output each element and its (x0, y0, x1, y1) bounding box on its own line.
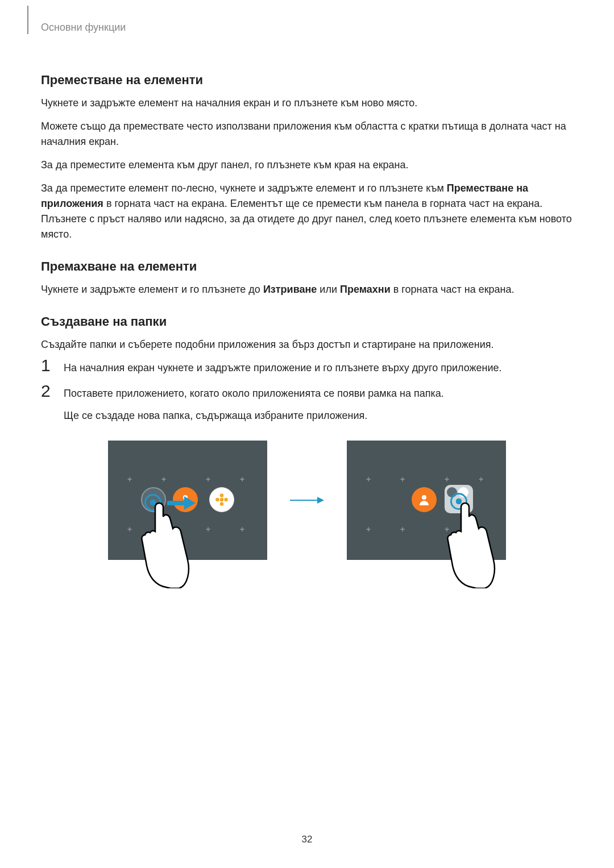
svg-point-5 (224, 498, 228, 502)
hand-icon (136, 497, 193, 588)
move-p4-post: в горната част на екрана. Елементът ще с… (41, 198, 572, 240)
arrow-right-icon (290, 495, 324, 506)
svg-point-10 (422, 495, 426, 500)
hand-icon (442, 497, 499, 588)
page-number: 32 (0, 834, 614, 845)
heading-remove: Премахване на елементи (41, 259, 573, 274)
move-p4: За да преместите елемент по-лесно, чукне… (41, 181, 573, 242)
app-icon-contacts (412, 487, 437, 512)
plus-icon: + (206, 475, 210, 484)
svg-point-4 (215, 498, 219, 502)
move-p4-pre: За да преместите елемент по-лесно, чукне… (41, 182, 447, 194)
plus-icon: + (479, 475, 483, 484)
plus-icon: + (127, 475, 132, 484)
heading-folders: Създаване на папки (41, 314, 573, 329)
flower-icon (214, 492, 229, 507)
person-icon (417, 493, 431, 506)
plus-icon: + (127, 525, 132, 534)
app-icon-gallery (209, 487, 234, 512)
illustration-row: + + + + + + + (41, 441, 573, 560)
remove-p1-mid: или (317, 284, 340, 295)
svg-point-2 (220, 493, 224, 497)
illustration-screen-right: + + + + + + + (347, 441, 506, 560)
illustration-screen-left: + + + + + + + (108, 441, 267, 560)
plus-icon: + (445, 475, 449, 484)
step-2-text: Поставете приложението, когато около при… (64, 386, 573, 401)
folders-intro: Създайте папки и съберете подобни прилож… (41, 337, 573, 352)
plus-icon: + (240, 475, 244, 484)
svg-marker-9 (317, 497, 324, 504)
svg-point-3 (220, 502, 224, 506)
step-2-subtext: Ще се създаде нова папка, съдържаща избр… (64, 408, 573, 423)
header-divider (27, 6, 28, 34)
plus-icon: + (240, 525, 244, 534)
section-breadcrumb: Основни функции (41, 22, 126, 34)
move-p2: Можете също да премествате често използв… (41, 119, 573, 149)
plus-icon: + (366, 475, 371, 484)
step-1: 1 На началния екран чукнете и задръжте п… (41, 360, 573, 376)
move-p3: За да преместите елемента към друг панел… (41, 157, 573, 173)
plus-icon: + (161, 475, 166, 484)
remove-p1-post: в горната част на екрана. (391, 284, 515, 295)
step-1-number: 1 (41, 356, 51, 375)
remove-p1-pre: Чукнете и задръжте елемент и го плъзнете… (41, 284, 263, 295)
transition-arrow (290, 441, 324, 560)
plus-icon: + (206, 525, 210, 534)
remove-p1: Чукнете и задръжте елемент и го плъзнете… (41, 282, 573, 297)
move-p1: Чукнете и задръжте елемент на началния е… (41, 95, 573, 111)
plus-icon: + (366, 525, 371, 534)
step-2: 2 Поставете приложението, когато около п… (41, 386, 573, 423)
step-1-text: На началния екран чукнете и задръжте при… (64, 360, 573, 376)
heading-move: Преместване на елементи (41, 73, 573, 88)
plus-icon: + (400, 525, 405, 534)
remove-p1-bold2: Премахни (340, 284, 391, 295)
plus-icon: + (400, 475, 405, 484)
remove-p1-bold1: Изтриване (263, 284, 317, 295)
step-2-number: 2 (41, 381, 51, 401)
svg-point-1 (220, 498, 224, 502)
